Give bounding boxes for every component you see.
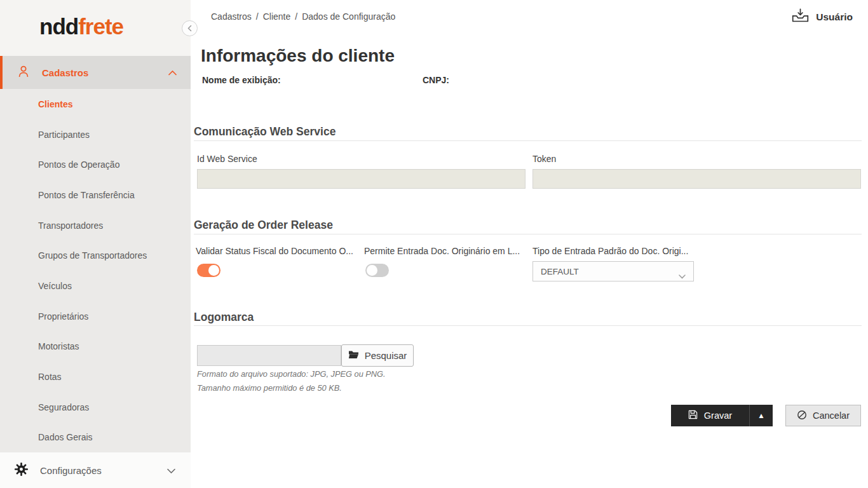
file-format-hint: Formato do arquivo suportado: JPG, JPEG … bbox=[197, 367, 408, 395]
sidebar-item-dados-gerais[interactable]: Dados Gerais bbox=[0, 422, 191, 452]
permite-entrada-doc-toggle[interactable] bbox=[365, 264, 389, 277]
breadcrumb: Cadastros / Cliente / Dados de Configura… bbox=[211, 11, 395, 22]
folder-icon bbox=[348, 350, 359, 361]
section-title-order-release: Geração de Order Release bbox=[194, 219, 333, 232]
permite-entrada-doc-label: Permite Entrada Doc. Originário em L... bbox=[364, 246, 520, 256]
gear-icon bbox=[14, 462, 29, 479]
token-label: Token bbox=[532, 154, 556, 164]
inbox-download-icon bbox=[792, 8, 809, 25]
page-title: Informações do cliente bbox=[201, 46, 395, 66]
browse-button[interactable]: Pesquisar bbox=[341, 344, 414, 367]
sidebar-item-pontos-de-operacao[interactable]: Pontos de Operação bbox=[0, 149, 191, 180]
sidebar-item-seguradoras[interactable]: Seguradoras bbox=[0, 392, 191, 423]
sidebar-section-label: Cadastros bbox=[42, 67, 88, 78]
breadcrumb-separator: / bbox=[256, 11, 259, 22]
validar-status-fiscal-label: Validar Status Fiscal do Documento O... bbox=[196, 246, 353, 256]
section-title-web-service: Comunicação Web Service bbox=[194, 125, 336, 139]
sidebar-item-cadastros[interactable]: Cadastros bbox=[0, 56, 191, 89]
save-options-caret[interactable]: ▲ bbox=[749, 405, 773, 426]
sidebar-item-grupos-de-transportadores[interactable]: Grupos de Transportadores bbox=[0, 240, 191, 271]
user-menu[interactable]: Usuário bbox=[792, 8, 853, 25]
save-button[interactable]: Gravar bbox=[671, 405, 749, 426]
section-divider bbox=[194, 325, 862, 326]
sidebar-item-configuracoes[interactable]: Configurações bbox=[0, 452, 191, 488]
chevron-down-icon bbox=[167, 464, 175, 476]
breadcrumb-cadastros[interactable]: Cadastros bbox=[211, 11, 252, 22]
browse-label: Pesquisar bbox=[365, 350, 407, 361]
validar-status-fiscal-toggle[interactable] bbox=[197, 264, 220, 277]
sidebar-item-clientes[interactable]: Clientes bbox=[0, 89, 191, 119]
sidebar: nddfrete Cadastros Clientes Participante… bbox=[0, 0, 191, 488]
cnpj-label: CNPJ: bbox=[423, 75, 449, 85]
chevron-down-icon bbox=[679, 270, 686, 281]
breadcrumb-separator: / bbox=[295, 11, 297, 22]
sidebar-item-motoristas[interactable]: Motoristas bbox=[0, 331, 191, 362]
id-web-service-label: Id Web Service bbox=[197, 154, 257, 164]
sidebar-footer-label: Configurações bbox=[40, 465, 102, 476]
breadcrumb-cliente[interactable]: Cliente bbox=[263, 11, 291, 22]
app-screen: nddfrete Cadastros Clientes Participante… bbox=[0, 0, 868, 488]
tipo-entrada-padrao-label: Tipo de Entrada Padrão do Doc. Origi... bbox=[532, 246, 688, 256]
sidebar-collapse-button[interactable] bbox=[182, 20, 198, 36]
sidebar-item-transportadores[interactable]: Transportadores bbox=[0, 210, 191, 241]
toggle-knob bbox=[208, 265, 219, 276]
id-web-service-input[interactable] bbox=[197, 169, 526, 189]
token-input[interactable] bbox=[532, 169, 861, 189]
save-icon bbox=[688, 410, 698, 421]
cancel-label: Cancelar bbox=[813, 410, 850, 421]
cancel-button[interactable]: Cancelar bbox=[785, 405, 861, 426]
section-divider bbox=[194, 234, 862, 234]
sidebar-item-participantes[interactable]: Participantes bbox=[0, 119, 191, 150]
logo-file-input[interactable] bbox=[197, 345, 341, 366]
chevron-up-icon bbox=[168, 67, 177, 78]
sidebar-submenu: Clientes Participantes Pontos de Operaçã… bbox=[0, 89, 191, 452]
sidebar-item-rotas[interactable]: Rotas bbox=[0, 362, 191, 392]
select-value: DEFAULT bbox=[541, 267, 579, 276]
logo-area: nddfrete bbox=[0, 0, 191, 56]
tipo-entrada-padrao-select[interactable]: DEFAULT bbox=[532, 261, 694, 281]
person-icon bbox=[17, 64, 31, 81]
save-label: Gravar bbox=[704, 410, 732, 421]
toggle-knob bbox=[367, 265, 377, 276]
sidebar-item-pontos-de-transferencia[interactable]: Pontos de Transferência bbox=[0, 180, 191, 210]
logo-text-ndd: ndd bbox=[39, 14, 78, 39]
sidebar-item-proprietarios[interactable]: Proprietários bbox=[0, 301, 191, 332]
logo-text-frete: frete bbox=[78, 14, 123, 39]
section-divider bbox=[194, 140, 862, 141]
cancel-icon bbox=[797, 410, 807, 422]
display-name-label: Nome de exibição: bbox=[202, 75, 281, 85]
breadcrumb-dados-de-configuracao[interactable]: Dados de Configuração bbox=[302, 11, 395, 22]
user-label: Usuário bbox=[816, 11, 853, 23]
section-title-logomarca: Logomarca bbox=[194, 311, 254, 324]
sidebar-item-veiculos[interactable]: Veículos bbox=[0, 271, 191, 301]
app-logo: nddfrete bbox=[39, 14, 123, 39]
save-split-button: Gravar ▲ bbox=[671, 405, 773, 426]
